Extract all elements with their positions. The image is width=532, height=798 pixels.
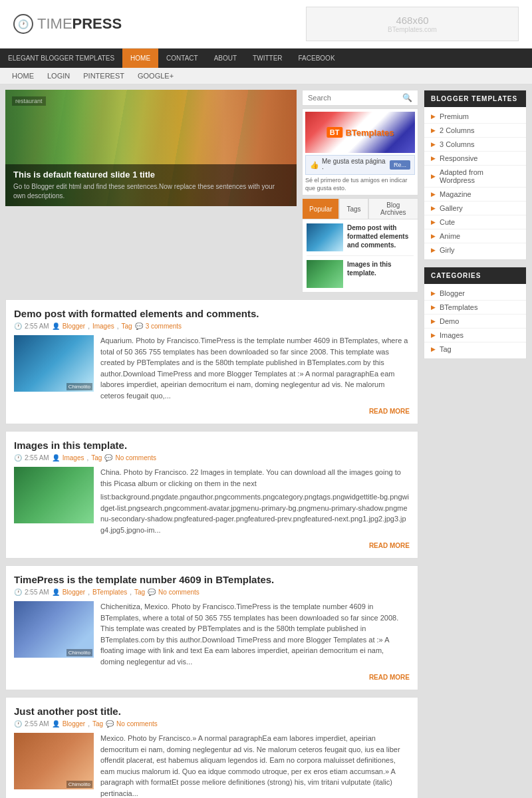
sidebar: BLOGGER TEMPLATES ▶Premium ▶2 Columns ▶3… (424, 90, 527, 798)
tab-post-item-2: Images in this template. (307, 260, 414, 288)
post-excerpt-4: Mexico. Photo by Francisco.» A normal pa… (100, 733, 410, 798)
post-cat-blogger-4[interactable]: Blogger (63, 720, 85, 728)
tab-tags[interactable]: Tags (339, 198, 368, 219)
sidebar-item-anime[interactable]: ▶Anime (424, 229, 526, 243)
sidebar-item-2col[interactable]: ▶2 Columns (424, 124, 526, 138)
cat-item-btemplates[interactable]: ▶BTemplates (424, 301, 526, 315)
post-cat-btemplates-3[interactable]: BTemplates (92, 589, 127, 596)
post-thumb-1: Chimolito (14, 335, 94, 392)
read-more-3: READ MORE (14, 672, 410, 682)
social-widget: BT BTemplates 👍 Me gusta esta página · R… (302, 108, 418, 196)
comment-icon-4: 💬 (106, 720, 114, 728)
post-thumb-3: Chimolito (14, 601, 94, 658)
post-comments-3[interactable]: No comments (158, 589, 200, 596)
read-more-2: READ MORE (14, 541, 410, 550)
search-input[interactable] (308, 94, 402, 102)
read-more-link-3[interactable]: READ MORE (369, 674, 410, 681)
nav-item-twitter[interactable]: TWITTER (245, 49, 290, 68)
tab-post-info-2: Images in this template. (347, 260, 414, 288)
fb-thumbs-icon: 👍 (310, 161, 319, 170)
read-more-link-2[interactable]: READ MORE (369, 542, 410, 549)
subnav-home[interactable]: HOME (5, 68, 41, 84)
subnav-login[interactable]: LOGIN (41, 68, 76, 84)
tab-post-thumb-2 (307, 260, 343, 288)
arrow-icon: ▶ (431, 191, 436, 198)
person-icon: 👤 (52, 323, 60, 330)
tab-popular[interactable]: Popular (302, 198, 339, 219)
post-body-2: China. Photo by Francisco. 22 Images in … (14, 467, 410, 535)
tab-post-title-1: Demo post with formatted elements and co… (347, 223, 414, 249)
slide-title: This is default featured slide 1 title (13, 170, 289, 180)
clock-icon-3: 🕐 (14, 589, 22, 596)
nav-item-about[interactable]: ABOUT (206, 49, 245, 68)
right-panel: 🔍 BT BTemplates 👍 Me gusta esta página · (302, 90, 418, 293)
cat-item-images[interactable]: ▶Images (424, 329, 526, 342)
post-comments-4[interactable]: No comments (116, 720, 158, 728)
post-excerpt-1: Aquarium. Photo by Francisco.TimePress i… (100, 335, 410, 401)
clock-icon-4: 🕐 (14, 720, 22, 728)
blogger-templates-list: ▶Premium ▶2 Columns ▶3 Columns ▶Responsi… (424, 107, 526, 259)
post-comments-2[interactable]: No comments (115, 454, 156, 462)
nav-item-elegant[interactable]: ELEGANT BLOGGER TEMPLATES (0, 49, 122, 68)
content-area: restaurant This is default featured slid… (5, 90, 418, 798)
person-icon-3: 👤 (52, 589, 60, 596)
sidebar-item-magazine[interactable]: ▶Magazine (424, 188, 526, 201)
fb-recommend-button[interactable]: Re... (390, 160, 410, 170)
arrow-icon: ▶ (431, 247, 436, 253)
arrow-icon: ▶ (431, 205, 436, 211)
cat-item-demo[interactable]: ▶Demo (424, 315, 526, 329)
arrow-icon: ▶ (431, 332, 436, 338)
tab-post-thumb-1 (307, 223, 343, 251)
post-cat-tag-3[interactable]: Tag (134, 589, 145, 596)
nav-item-home[interactable]: HOME (122, 49, 158, 68)
nav-sub: HOME LOGIN PINTEREST GOOGLE+ (0, 68, 532, 84)
subnav-pinterest[interactable]: PINTEREST (76, 68, 131, 84)
arrow-icon: ▶ (431, 290, 436, 297)
sidebar-item-girly[interactable]: ▶Girly (424, 243, 526, 257)
sidebar-item-premium[interactable]: ▶Premium (424, 110, 526, 124)
arrow-icon: ▶ (431, 141, 436, 148)
arrow-icon: ▶ (431, 346, 436, 352)
fb-like-bar: 👍 Me gusta esta página · Re... (305, 155, 415, 175)
arrow-icon: ▶ (431, 127, 436, 134)
comment-icon: 💬 (135, 323, 143, 330)
post-title-2: Images in this template. (14, 440, 410, 451)
post-title-4: Just another post title. (14, 706, 410, 717)
tab-archives[interactable]: Blog Archives (368, 198, 418, 219)
sidebar-item-cute[interactable]: ▶Cute (424, 215, 526, 229)
top-section: restaurant This is default featured slid… (5, 90, 418, 293)
post-comments-1[interactable]: 3 comments (146, 323, 182, 330)
main-wrapper: restaurant This is default featured slid… (0, 84, 532, 798)
post-time-2: 2:55 AM (25, 454, 49, 462)
post-cat-images-1[interactable]: Images (92, 323, 114, 330)
tab-post-info-1: Demo post with formatted elements and co… (347, 223, 414, 251)
post-meta-1: 🕐 2:55 AM 👤 Blogger, Images, Tag 💬 3 com… (14, 323, 410, 330)
sidebar-item-3col[interactable]: ▶3 Columns (424, 138, 526, 152)
categories-widget: CATEGORIES ▶Blogger ▶BTemplates ▶Demo ▶I… (424, 267, 527, 359)
comment-icon-3: 💬 (148, 589, 156, 596)
post-meta-4: 🕐 2:55 AM 👤 Blogger, Tag 💬 No comments (14, 720, 410, 728)
btemplates-banner: BT BTemplates (305, 112, 415, 153)
sidebar-item-adapted[interactable]: ▶Adapted from Wordpress (424, 166, 526, 188)
blog-post-2: Images in this template. 🕐 2:55 AM 👤 Ima… (5, 431, 418, 559)
subnav-google[interactable]: GOOGLE+ (131, 68, 180, 84)
nav-item-contact[interactable]: CONTACT (158, 49, 206, 68)
post-cat-blogger-3[interactable]: Blogger (63, 589, 85, 596)
post-cat-tag-1[interactable]: Tag (122, 323, 132, 330)
tab-content: Demo post with formatted elements and co… (302, 219, 418, 293)
post-cat-images-2[interactable]: Images (63, 454, 84, 462)
nav-item-facebook[interactable]: FACEBOOK (291, 49, 343, 68)
sidebar-item-responsive[interactable]: ▶Responsive (424, 152, 526, 166)
cat-item-tag[interactable]: ▶Tag (424, 342, 526, 356)
cat-item-blogger[interactable]: ▶Blogger (424, 287, 526, 301)
comment-icon-2: 💬 (104, 454, 112, 462)
sidebar-item-gallery[interactable]: ▶Gallery (424, 201, 526, 215)
blogger-templates-title: BLOGGER TEMPLATES (424, 90, 526, 107)
btemplates-logo-text: BTemplates (345, 128, 394, 138)
header-ad-banner: 468x60 BTemplates.com (306, 7, 519, 41)
post-cat-blogger-1[interactable]: Blogger (63, 323, 85, 330)
post-excerpt-2b: list:background.pngdate.pngauthor.pngcom… (100, 491, 410, 535)
post-cat-tag-4[interactable]: Tag (92, 720, 103, 728)
post-cat-tag-2[interactable]: Tag (91, 454, 102, 462)
read-more-link-1[interactable]: READ MORE (369, 408, 410, 415)
